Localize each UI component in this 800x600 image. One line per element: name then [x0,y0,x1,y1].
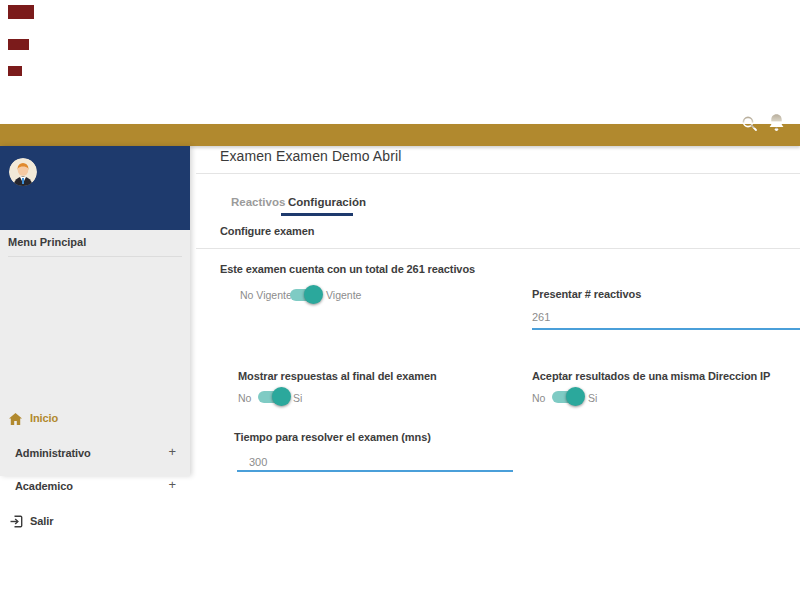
home-icon [9,411,22,429]
toggle-on-label: Si [293,392,302,404]
presentar-input[interactable]: 261 [532,311,550,323]
toggle-thumb [272,387,291,406]
page: Menu Principal Inicio Administrativo + A… [0,0,800,600]
search-icon[interactable] [741,115,758,136]
expand-plus-icon: + [168,444,176,459]
presentar-label: Presentar # reactivos [532,288,641,300]
toggle-off-label: No [238,392,251,404]
tiempo-label: Tiempo para resolver el examen (mns) [234,431,431,443]
sidebar-item-label: Inicio [30,412,58,424]
sidebar-item-salir[interactable]: Salir [0,512,190,534]
logo-mark [8,5,34,19]
toggle-thumb [304,285,323,304]
user-avatar [9,158,37,186]
tab-reactivos[interactable]: Reactivos [231,196,285,208]
logo-mark [8,66,22,76]
mostrar-label: Mostrar respuestas al final del examen [238,370,437,382]
exam-summary: Este examen cuenta con un total de 261 r… [220,263,475,275]
tiempo-input[interactable]: 300 [249,456,267,468]
sidebar-item-label: Academico [15,480,73,492]
section-title: Configure examen [220,225,314,237]
sidebar-profile-panel [0,146,190,230]
tab-configuracion[interactable]: Configuración [288,196,366,208]
sidebar-item-inicio[interactable]: Inicio [0,409,190,431]
sidebar-item-label: Administrativo [15,447,91,459]
divider [196,248,800,249]
sidebar-item-academico[interactable]: Academico + [0,477,190,499]
toggle-thumb [566,387,585,406]
expand-plus-icon: + [168,477,176,492]
tiempo-input-underline [237,470,513,472]
app-bar [0,124,800,146]
page-title: Examen Examen Demo Abril [220,148,401,164]
presentar-input-underline [532,328,800,330]
mostrar-toggle[interactable] [258,390,288,404]
sidebar-item-administrativo[interactable]: Administrativo + [0,444,190,466]
active-tab-indicator [281,213,353,216]
toggle-on-label: Vigente [326,289,361,301]
sidebar: Menu Principal Inicio Administrativo + A… [0,146,190,476]
sidebar-menu-header: Menu Principal [8,236,182,257]
toggle-off-label: No [532,392,545,404]
bell-icon[interactable] [768,113,785,136]
aceptar-toggle[interactable] [552,390,582,404]
logo-mark [8,39,29,50]
vigente-toggle[interactable] [290,288,320,302]
logout-icon [10,514,23,532]
toggle-off-label: No Vigente [240,289,292,301]
sidebar-item-label: Salir [30,515,53,527]
divider [196,173,800,174]
aceptar-label: Aceptar resultados de una misma Direccio… [532,370,770,382]
toggle-on-label: Si [588,392,597,404]
